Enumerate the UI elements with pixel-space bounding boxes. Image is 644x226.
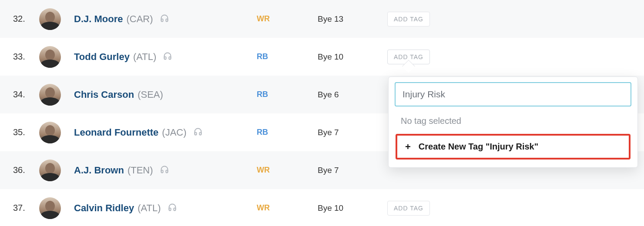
player-position: WR	[257, 166, 318, 175]
headphones-icon[interactable]	[168, 203, 177, 213]
player-avatar[interactable]	[39, 84, 61, 106]
player-name-link[interactable]: Leonard Fournette	[74, 127, 158, 138]
player-rank: 33.	[13, 52, 39, 62]
plus-icon: +	[405, 142, 411, 152]
headphones-icon[interactable]	[194, 127, 202, 138]
add-tag-button[interactable]: ADD TAG	[387, 201, 430, 216]
add-tag-button[interactable]: ADD TAG	[387, 50, 430, 64]
add-tag-button[interactable]: ADD TAG	[387, 12, 430, 27]
tag-dropdown: No tag selected + Create New Tag "Injury…	[388, 76, 638, 168]
player-position: WR	[257, 14, 318, 23]
create-new-tag-button[interactable]: + Create New Tag "Injury Risk"	[396, 134, 631, 160]
player-row: 37.Calvin Ridley(ATL)WRBye 10ADD TAG	[0, 189, 644, 226]
player-info: Chris Carson(SEA)	[74, 89, 257, 100]
tag-column: ADD TAG	[387, 201, 631, 216]
player-avatar[interactable]	[39, 122, 61, 143]
player-team: (TEN)	[127, 165, 153, 176]
player-rank: 35.	[13, 127, 39, 137]
player-rank: 34.	[13, 90, 39, 100]
player-team: (ATL)	[138, 203, 161, 214]
player-avatar[interactable]	[39, 46, 61, 68]
player-name-link[interactable]: A.J. Brown	[74, 165, 124, 176]
player-name-link[interactable]: Chris Carson	[74, 89, 134, 100]
tag-search-input[interactable]	[395, 82, 631, 106]
create-new-tag-label: Create New Tag "Injury Risk"	[419, 142, 538, 152]
player-info: A.J. Brown(TEN)	[74, 165, 257, 176]
player-position: RB	[257, 90, 318, 99]
player-team: (JAC)	[162, 127, 186, 138]
player-info: Leonard Fournette(JAC)	[74, 127, 257, 138]
player-bye: Bye 10	[318, 52, 387, 62]
player-bye: Bye 7	[318, 128, 387, 137]
player-team: (CAR)	[126, 13, 153, 25]
player-bye: Bye 13	[318, 14, 387, 24]
headphones-icon[interactable]	[163, 52, 172, 62]
player-bye: Bye 6	[318, 90, 387, 100]
player-row: 33.Todd Gurley(ATL)RBBye 10ADD TAG	[0, 38, 644, 76]
player-position: RB	[257, 52, 318, 61]
player-team: (SEA)	[138, 89, 163, 100]
player-bye: Bye 7	[318, 166, 387, 175]
player-team: (ATL)	[133, 51, 156, 63]
player-row: 32.D.J. Moore(CAR)WRBye 13ADD TAG	[0, 0, 644, 38]
player-info: D.J. Moore(CAR)	[74, 13, 257, 25]
headphones-icon[interactable]	[160, 14, 169, 24]
player-rank: 32.	[13, 14, 39, 24]
player-rank: 36.	[13, 165, 39, 175]
player-avatar[interactable]	[39, 160, 61, 181]
no-tag-selected-text: No tag selected	[389, 106, 637, 134]
player-info: Calvin Ridley(ATL)	[74, 203, 257, 214]
tag-column: ADD TAG	[387, 12, 631, 27]
tag-column: ADD TAG	[387, 50, 631, 64]
headphones-icon[interactable]	[160, 165, 169, 176]
player-position: RB	[257, 128, 318, 137]
tag-input-wrap	[389, 77, 637, 106]
player-avatar[interactable]	[39, 8, 61, 30]
player-name-link[interactable]: D.J. Moore	[74, 13, 123, 25]
player-name-link[interactable]: Calvin Ridley	[74, 203, 134, 214]
player-info: Todd Gurley(ATL)	[74, 51, 257, 63]
player-avatar[interactable]	[39, 197, 61, 219]
player-position: WR	[257, 203, 318, 213]
player-name-link[interactable]: Todd Gurley	[74, 51, 130, 63]
player-rank: 37.	[13, 203, 39, 213]
player-bye: Bye 10	[318, 203, 387, 213]
